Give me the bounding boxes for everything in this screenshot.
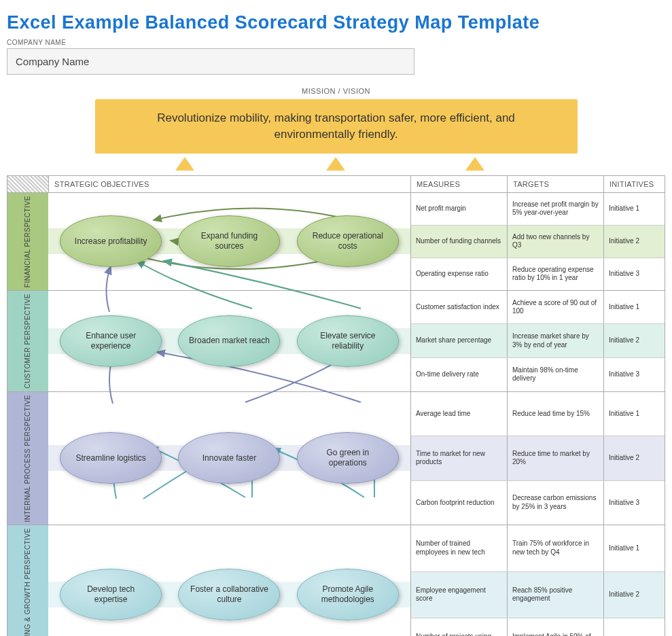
targets-cell: Decrease carbon emissions by 25% in 3 ye… xyxy=(507,481,603,525)
init-cell: Initiative 1 xyxy=(603,525,665,571)
metrics-column: Net profit marginIncrease net profit mar… xyxy=(410,193,665,290)
metric-row: Market share percentageIncrease market s… xyxy=(410,323,665,357)
page-title: Excel Example Balanced Scorecard Strateg… xyxy=(7,12,665,33)
objectives-area: Enhance user experienceBroaden market re… xyxy=(48,291,410,391)
objective-ellipse[interactable]: Develop tech expertise xyxy=(60,569,162,620)
targets-cell: Reduce time to market by 20% xyxy=(507,436,603,480)
company-name-label: COMPANY NAME xyxy=(7,39,665,46)
targets-cell: Achieve a score of 90 out of 100 xyxy=(507,291,603,324)
measures-cell: Employee engagement score xyxy=(410,572,507,618)
metrics-column: Average lead timeReduce lead time by 15%… xyxy=(410,392,665,525)
perspective-row-learn: LEARNING & GROWTH PERSPECTIVEDevelop tec… xyxy=(7,525,665,636)
scorecard-sheet: STRATEGIC OBJECTIVES MEASURES TARGETS IN… xyxy=(7,175,665,636)
targets-cell: Increase net profit margin by 5% year-ov… xyxy=(507,193,603,225)
perspective-label: INTERNAL PROCESS PERSPECTIVE xyxy=(7,392,48,525)
arrow-up-icon xyxy=(175,157,194,171)
objective-ellipse[interactable]: Promote Agile methodologies xyxy=(297,569,399,620)
targets-cell: Reduce lead time by 15% xyxy=(507,392,603,436)
measures-cell: Average lead time xyxy=(410,392,507,436)
objectives-area: Increase profitabilityExpand funding sou… xyxy=(48,193,410,290)
objective-ellipse[interactable]: Broaden market reach xyxy=(178,315,280,367)
perspective-label: LEARNING & GROWTH PERSPECTIVE xyxy=(7,525,48,636)
init-cell: Initiative 3 xyxy=(603,358,665,391)
metric-row: Carbon footprint reductionDecrease carbo… xyxy=(410,480,665,525)
arrow-up-icon xyxy=(465,157,484,171)
objectives-area: Streamline logisticsInnovate fasterGo gr… xyxy=(48,392,410,525)
measures-cell: Market share percentage xyxy=(410,324,507,357)
metrics-column: Customer satisfaction indexAchieve a sco… xyxy=(410,291,665,391)
perspective-label: CUSTOMER PERSPECTIVE xyxy=(7,291,48,391)
init-cell: Initiative 2 xyxy=(603,226,665,258)
init-cell: Initiative 2 xyxy=(603,436,665,480)
init-cell: Initiative 3 xyxy=(603,258,665,290)
objective-ellipse[interactable]: Enhance user experience xyxy=(60,315,162,367)
init-cell: Initiative 2 xyxy=(603,572,665,618)
measures-cell: Operating expense ratio xyxy=(410,258,507,290)
init-cell: Initiative 3 xyxy=(603,481,665,525)
measures-cell: On-time delivery rate xyxy=(410,358,507,391)
perspective-row-fin: FINANCIAL PERSPECTIVEIncrease profitabil… xyxy=(7,193,665,291)
metric-row: Customer satisfaction indexAchieve a sco… xyxy=(410,291,665,324)
mission-vision-label: MISSION / VISION xyxy=(95,87,578,95)
measures-cell: Customer satisfaction index xyxy=(410,291,507,324)
init-cell: Initiative 2 xyxy=(603,324,665,357)
targets-cell: Maintain 98% on-time delivery xyxy=(507,358,603,391)
metric-row: Time to market for new productsReduce ti… xyxy=(410,436,665,480)
metrics-column: Number of trained employees in new techT… xyxy=(410,525,665,636)
measures-cell: Carbon footprint reduction xyxy=(410,481,507,525)
metric-row: Employee engagement scoreReach 85% posit… xyxy=(410,571,665,618)
targets-cell: Implement Agile in 50% of projects by ne… xyxy=(507,618,603,636)
objective-ellipse[interactable]: Foster a collaborative culture xyxy=(178,569,280,620)
measures-cell: Number of funding channels xyxy=(410,226,507,258)
metric-row: Net profit marginIncrease net profit mar… xyxy=(410,193,665,225)
targets-cell: Train 75% of workforce in new tech by Q4 xyxy=(507,525,603,571)
perspective-row-cust: CUSTOMER PERSPECTIVEEnhance user experie… xyxy=(7,291,665,392)
perspective-row-proc: INTERNAL PROCESS PERSPECTIVEStreamline l… xyxy=(7,392,665,526)
targets-cell: Reduce operating expense ratio by 10% in… xyxy=(507,258,603,290)
metric-row: Number of projects using Agile methodsIm… xyxy=(410,618,665,636)
header-targets: TARGETS xyxy=(507,176,603,192)
targets-cell: Reach 85% positive engagement xyxy=(507,572,603,618)
measures-cell: Time to market for new products xyxy=(410,436,507,480)
objective-ellipse[interactable]: Elevate service reliability xyxy=(297,315,399,367)
header-objectives: STRATEGIC OBJECTIVES xyxy=(48,176,410,192)
metric-row: Operating expense ratioReduce operating … xyxy=(410,258,665,290)
metric-row: Number of funding channelsAdd two new ch… xyxy=(410,225,665,258)
mission-arrows xyxy=(95,154,578,174)
measures-cell: Number of trained employees in new tech xyxy=(410,525,507,571)
header-row: STRATEGIC OBJECTIVES MEASURES TARGETS IN… xyxy=(7,176,665,193)
metric-row: Average lead timeReduce lead time by 15%… xyxy=(410,392,665,436)
objective-ellipse[interactable]: Streamline logistics xyxy=(60,432,162,484)
init-cell: Initiative 1 xyxy=(603,392,665,436)
company-name-input[interactable] xyxy=(7,48,414,75)
metric-row: On-time delivery rateMaintain 98% on-tim… xyxy=(410,357,665,391)
metric-row: Number of trained employees in new techT… xyxy=(410,525,665,571)
header-measures: MEASURES xyxy=(410,176,507,192)
measures-cell: Number of projects using Agile methods xyxy=(410,618,507,636)
header-initiatives: INITIATIVES xyxy=(603,176,665,192)
targets-cell: Increase market share by 3% by end of ye… xyxy=(507,324,603,357)
targets-cell: Add two new channels by Q3 xyxy=(507,226,603,258)
objective-ellipse[interactable]: Reduce operational costs xyxy=(297,215,399,267)
init-cell: Initiative 3 xyxy=(603,618,665,636)
measures-cell: Net profit margin xyxy=(410,193,507,225)
corner-cell xyxy=(7,176,48,192)
objective-ellipse[interactable]: Go green in operations xyxy=(297,432,399,484)
init-cell: Initiative 1 xyxy=(603,193,665,225)
objective-ellipse[interactable]: Innovate faster xyxy=(178,432,280,484)
objective-ellipse[interactable]: Expand funding sources xyxy=(178,215,280,267)
init-cell: Initiative 1 xyxy=(603,291,665,324)
objectives-area: Develop tech expertiseFoster a collabora… xyxy=(48,525,410,636)
perspective-label: FINANCIAL PERSPECTIVE xyxy=(7,193,48,290)
mission-vision-text: Revolutionize mobility, making transport… xyxy=(95,99,578,154)
objective-ellipse[interactable]: Increase profitability xyxy=(60,215,162,267)
arrow-up-icon xyxy=(326,157,345,171)
